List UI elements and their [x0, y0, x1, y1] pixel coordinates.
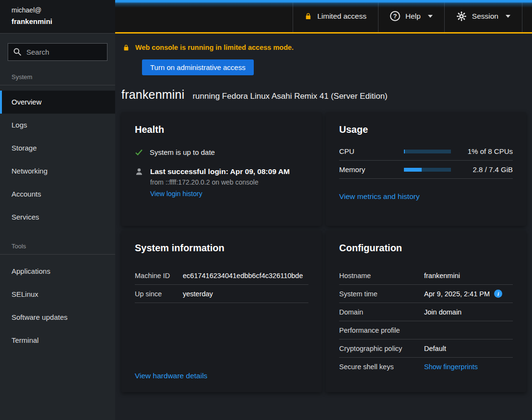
sidebar-item-applications[interactable]: Applications — [0, 260, 115, 283]
domain-row: Domain Join domain — [339, 303, 513, 321]
help-label: Help — [405, 12, 421, 21]
host-title: frankenmini — [121, 88, 184, 102]
masthead-spacer — [522, 0, 532, 32]
nav-section-tools: Tools Applications SELinux Software upda… — [0, 243, 115, 352]
session-menu-button[interactable]: Session — [444, 0, 522, 32]
usage-card: Usage CPU 1% of 8 CPUs Memory 2.8 / 7.4 … — [326, 112, 526, 226]
last-login-detail: from ::ffff:172.20.0.2 on web console — [150, 178, 290, 186]
crypto-policy-value: Default — [424, 345, 513, 352]
help-menu-button[interactable]: ? Help — [378, 0, 444, 32]
sidebar-item-software-updates[interactable]: Software updates — [0, 306, 115, 329]
sidebar-item-accounts[interactable]: Accounts — [0, 183, 115, 206]
system-information-card: System information Machine ID ec61741623… — [121, 231, 322, 392]
cpu-row: CPU 1% of 8 CPUs — [339, 142, 513, 161]
machine-id-value: ec617416234041edbb6cf4c326110bde — [183, 272, 308, 280]
nav-section-label: Tools — [0, 243, 115, 250]
memory-row: Memory 2.8 / 7.4 GiB — [339, 161, 513, 179]
masthead: Limited access ? Help — [115, 0, 532, 34]
up-since-row: Up since yesterday — [135, 285, 308, 303]
usage-table: CPU 1% of 8 CPUs Memory 2.8 / 7.4 GiB — [339, 142, 513, 179]
health-card: Health System is up to date Last success… — [121, 112, 322, 226]
user-icon — [135, 167, 143, 176]
configuration-table: Hostname frankenmini System time Apr 9, … — [339, 267, 513, 376]
card-title: Configuration — [339, 243, 513, 254]
sidebar-item-services[interactable]: Services — [0, 206, 115, 229]
session-label: Session — [472, 12, 498, 21]
help-icon: ? — [390, 11, 400, 21]
chevron-down-icon — [428, 15, 433, 18]
hostname-label: frankenmini — [12, 16, 104, 27]
check-icon — [135, 149, 143, 156]
sidebar-search — [8, 43, 107, 61]
join-domain-value: Join domain — [424, 308, 513, 316]
chevron-down-icon — [506, 15, 510, 18]
show-fingerprints-link[interactable]: Show fingerprints — [424, 363, 478, 371]
last-login: Last successful login: Apr 09, 08:09 AM — [150, 167, 290, 176]
os-subtitle: running Fedora Linux Asahi Remix 41 (Ser… — [192, 92, 387, 101]
sidebar-item-terminal[interactable]: Terminal — [0, 329, 115, 352]
nav-section-label: System — [0, 73, 115, 81]
search-icon — [13, 47, 22, 56]
lock-icon — [123, 44, 130, 51]
memory-progress-bar — [404, 168, 451, 172]
sidebar-item-selinux[interactable]: SELinux — [0, 283, 115, 306]
configuration-card: Configuration Hostname frankenmini Syste… — [326, 231, 526, 392]
main-content: Web console is running in limited access… — [115, 34, 532, 420]
logged-in-user: michael@ — [12, 5, 104, 16]
page-title: frankenmini running Fedora Linux Asahi R… — [115, 75, 532, 102]
hostname-row: Hostname frankenmini — [339, 267, 513, 285]
limited-access-button[interactable]: Limited access — [293, 0, 378, 32]
lock-icon — [305, 12, 312, 20]
system-time-value: Apr 9, 2025, 2:41 PM — [424, 290, 490, 298]
view-login-history-link[interactable]: View login history — [150, 190, 202, 198]
nav-section-system: System Overview Logs Storage Networking … — [0, 73, 115, 229]
system-info-table: Machine ID ec617416234041edbb6cf4c326110… — [135, 267, 308, 303]
user-panel: michael@ frankenmini — [0, 0, 115, 34]
limited-access-banner: Web console is running in limited access… — [115, 34, 532, 75]
performance-profile-row: Performance profile — [339, 321, 513, 339]
view-hardware-details-link[interactable]: View hardware details — [135, 372, 308, 380]
hostname-value: frankenmini — [424, 272, 513, 280]
sidebar-item-logs[interactable]: Logs — [0, 114, 115, 137]
limited-access-label: Limited access — [317, 12, 366, 21]
machine-id-row: Machine ID ec617416234041edbb6cf4c326110… — [135, 267, 308, 285]
banner-message: Web console is running in limited access… — [135, 44, 294, 51]
turn-on-admin-access-button[interactable]: Turn on administrative access — [142, 59, 254, 75]
cpu-label: CPU — [339, 147, 404, 155]
search-input[interactable] — [8, 43, 107, 61]
gear-icon — [456, 11, 467, 22]
updates-status: System is up to date — [150, 148, 215, 156]
view-metrics-link[interactable]: View metrics and history — [339, 192, 513, 201]
sidebar: michael@ frankenmini System Overview Log… — [0, 0, 115, 420]
card-grid: Health System is up to date Last success… — [121, 112, 526, 392]
memory-label: Memory — [339, 165, 404, 174]
up-since-value: yesterday — [183, 290, 308, 298]
card-title: System information — [135, 243, 308, 254]
sidebar-item-networking[interactable]: Networking — [0, 160, 115, 183]
card-title: Usage — [339, 124, 513, 135]
sidebar-item-storage[interactable]: Storage — [0, 137, 115, 160]
info-icon[interactable]: i — [494, 290, 502, 298]
system-time-row: System time Apr 9, 2025, 2:41 PM i — [339, 285, 513, 303]
cpu-value: 1% of 8 CPUs — [451, 147, 513, 155]
cpu-progress-bar — [404, 150, 451, 153]
ssh-keys-row: Secure shell keys Show fingerprints — [339, 358, 513, 376]
sidebar-item-overview[interactable]: Overview — [0, 91, 115, 114]
card-title: Health — [135, 124, 308, 135]
memory-value: 2.8 / 7.4 GiB — [451, 165, 513, 174]
crypto-policy-row: Cryptographic policy Default — [339, 339, 513, 358]
